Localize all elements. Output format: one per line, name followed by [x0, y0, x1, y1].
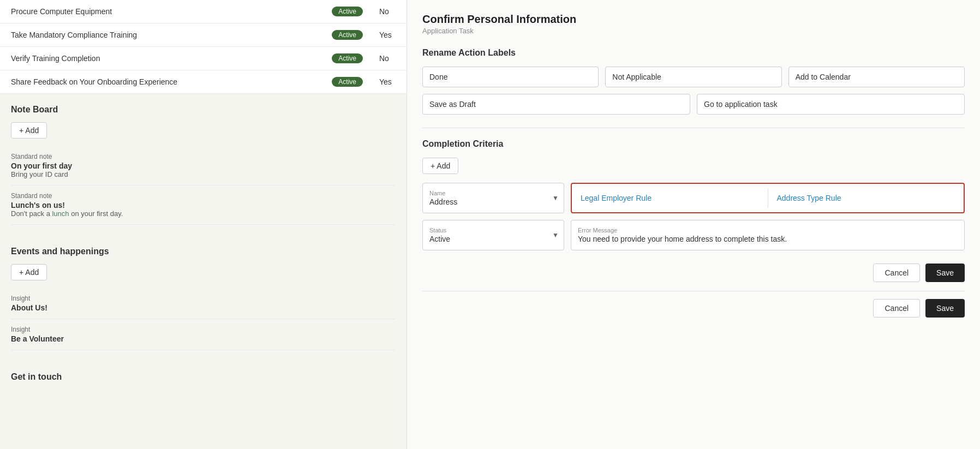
criteria-row-2: Status Active ▼ Error Message You need t… [422, 220, 965, 250]
status-badge: Active [332, 30, 363, 40]
note-desc: Bring your ID card [11, 170, 396, 178]
name-select-field[interactable]: Name Address ▼ [422, 183, 564, 213]
save-as-draft-input[interactable] [422, 94, 690, 115]
panel-subtitle: Application Task [422, 27, 965, 35]
rename-section-label: Rename Action Labels [422, 48, 965, 58]
note-type: Standard note [11, 153, 396, 160]
add-note-button[interactable]: + Add [11, 122, 47, 139]
task-yn: No [379, 7, 396, 16]
not-applicable-input[interactable] [605, 67, 781, 87]
table-row: Share Feedback on Your Onboarding Experi… [0, 70, 407, 94]
status-select-field[interactable]: Status Active ▼ [422, 220, 564, 250]
event-title: Be a Volunteer [11, 334, 396, 343]
note-item: Standard note On your first day Bring yo… [11, 146, 396, 185]
table-row: Verify Training Completion Active No [0, 47, 407, 70]
event-type: Insight [11, 326, 396, 333]
rule-divider [768, 188, 768, 208]
note-type: Standard note [11, 192, 396, 200]
left-panel: Procure Computer Equipment Active No Tak… [0, 0, 407, 449]
task-yn: No [379, 54, 396, 63]
add-event-button[interactable]: + Add [11, 264, 47, 280]
event-title: About Us! [11, 303, 396, 312]
error-field-label: Error Message [578, 227, 958, 234]
status-select[interactable]: Status Active [422, 220, 564, 250]
status-select-value: Active [429, 235, 557, 243]
task-yn: Yes [379, 31, 396, 39]
table-row: Take Mandatory Compliance Training Activ… [0, 23, 407, 47]
status-select-label: Status [429, 227, 557, 234]
name-select-label: Name [429, 190, 557, 196]
error-field-value: You need to provide your home address to… [578, 235, 958, 243]
status-badge: Active [332, 7, 363, 16]
done-input[interactable] [422, 67, 599, 87]
completion-criteria-label: Completion Criteria [422, 139, 965, 149]
note-board-section: Note Board + Add Standard note On your f… [0, 94, 407, 236]
table-row: Procure Computer Equipment Active No [0, 0, 407, 23]
footer-bottom: Cancel Save [422, 291, 965, 318]
status-badge: Active [332, 53, 363, 63]
note-desc: Don't pack a lunch on your first day. [11, 209, 396, 218]
go-to-application-task-input[interactable] [697, 94, 965, 115]
address-type-rule-link[interactable]: Address Type Rule [777, 194, 955, 202]
note-board-title: Note Board [11, 105, 396, 115]
add-criteria-button[interactable]: + Add [422, 158, 458, 174]
task-name: Share Feedback on Your Onboarding Experi… [11, 77, 332, 86]
save-button-top[interactable]: Save [925, 264, 965, 282]
action-labels-row2 [422, 94, 965, 115]
get-in-touch-section: Get in touch [0, 361, 407, 400]
status-badge: Active [332, 77, 363, 87]
note-item: Standard note Lunch's on us! Don't pack … [11, 185, 396, 225]
name-select[interactable]: Name Address [422, 183, 564, 213]
task-name: Verify Training Completion [11, 54, 332, 63]
divider [422, 128, 965, 128]
rule-box: Legal Employer Rule Address Type Rule [571, 183, 965, 213]
legal-employer-rule-link[interactable]: Legal Employer Rule [581, 194, 759, 202]
note-title: Lunch's on us! [11, 201, 396, 209]
get-in-touch-title: Get in touch [11, 372, 396, 382]
action-labels-row1 [422, 67, 965, 87]
cancel-button-bottom[interactable]: Cancel [873, 299, 920, 318]
criteria-row-1: Name Address ▼ Legal Employer Rule Addre… [422, 183, 965, 213]
footer-top: Cancel Save [422, 264, 965, 282]
name-select-value: Address [429, 197, 557, 206]
task-name: Procure Computer Equipment [11, 7, 332, 16]
chevron-down-icon: ▼ [552, 194, 559, 202]
events-title: Events and happenings [11, 247, 396, 256]
task-yn: Yes [379, 77, 396, 86]
add-to-calendar-input[interactable] [788, 67, 965, 87]
task-name: Take Mandatory Compliance Training [11, 31, 332, 39]
note-link: lunch [52, 209, 69, 218]
events-section: Events and happenings + Add Insight Abou… [0, 236, 407, 361]
task-list: Procure Computer Equipment Active No Tak… [0, 0, 407, 94]
save-button-bottom[interactable]: Save [925, 299, 965, 318]
event-item: Insight Be a Volunteer [11, 319, 396, 350]
cancel-button-top[interactable]: Cancel [873, 264, 920, 282]
event-type: Insight [11, 295, 396, 302]
panel-title: Confirm Personal Information [422, 13, 965, 26]
error-message-field: Error Message You need to provide your h… [571, 220, 965, 250]
chevron-down-icon: ▼ [552, 231, 559, 239]
note-title: On your first day [11, 161, 396, 170]
event-item: Insight About Us! [11, 288, 396, 319]
right-panel: Confirm Personal Information Application… [407, 0, 980, 449]
